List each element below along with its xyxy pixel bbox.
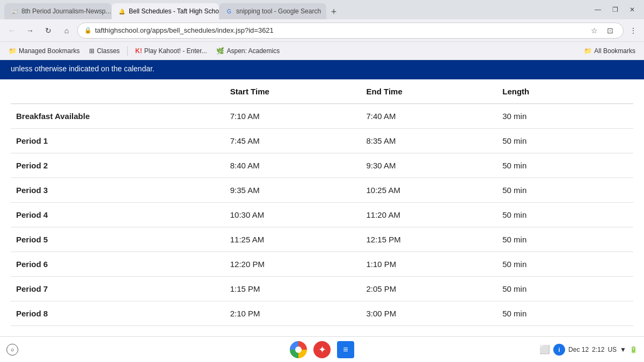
reload-button[interactable]: ↻ <box>41 23 56 38</box>
kahoot-label: Play Kahoot! - Enter... <box>144 47 207 55</box>
period-name-cell: Period 7 <box>11 277 225 301</box>
start-time-cell: 11:25 AM <box>225 227 361 252</box>
period-name-cell: Period 3 <box>11 178 225 203</box>
tab-journalism-favicon: 📰 <box>11 8 18 15</box>
length-cell: 50 min <box>497 153 633 178</box>
classes-icon: ⊞ <box>89 47 94 55</box>
period-name-cell: Period 8 <box>11 301 225 326</box>
start-time-cell: 2:10 PM <box>225 301 361 326</box>
end-time-cell: 2:05 PM <box>361 277 497 301</box>
browser-titlebar: 📰 8th Period Journalism-Newsp... ✕ 🔔 Bel… <box>0 0 644 19</box>
th-start-time: Start Time <box>225 79 361 104</box>
period-name-cell: Period 2 <box>11 153 225 178</box>
start-time-cell: 7:10 AM <box>225 104 361 129</box>
all-bookmarks-icon: 📁 <box>584 47 592 55</box>
taskbar-left: ○ <box>6 344 18 356</box>
chrome-icon[interactable] <box>290 341 307 358</box>
browser-menu-button[interactable]: ⋮ <box>627 24 640 37</box>
bookmark-kahoot[interactable]: K! Play Kahoot! - Enter... <box>131 45 211 57</box>
end-time-cell: 8:35 AM <box>361 129 497 153</box>
maximize-button[interactable]: ❐ <box>608 2 623 17</box>
th-length: Length <box>497 79 633 104</box>
aspen-label: Aspen: Academics <box>226 47 280 55</box>
taskbar-info-button[interactable]: i <box>553 344 565 356</box>
minimize-button[interactable]: — <box>590 2 605 17</box>
managed-bookmarks-label: Managed Bookmarks <box>19 47 79 55</box>
tab-bell-schedules[interactable]: 🔔 Bell Schedules - Taft High Scho... ✕ <box>112 3 219 19</box>
forward-button[interactable]: → <box>23 23 38 38</box>
taskbar: ○ ✦ ≡ ⬜ i Dec 12 2:12 US ▼ 🔋 <box>0 336 644 362</box>
new-tab-button[interactable]: + <box>326 4 341 19</box>
taskbar-red-icon[interactable]: ✦ <box>313 341 331 358</box>
schedule-table-wrapper: Start Time End Time Length Breakfast Ava… <box>0 79 644 336</box>
table-row: Period 612:20 PM1:10 PM50 min <box>11 252 633 277</box>
taskbar-docs-icon[interactable]: ≡ <box>337 341 354 358</box>
schedule-table: Start Time End Time Length Breakfast Ava… <box>11 79 633 326</box>
th-period <box>11 79 225 104</box>
aspen-icon: 🌿 <box>216 47 224 55</box>
bookmark-separator <box>127 46 128 56</box>
start-time-cell: 1:15 PM <box>225 277 361 301</box>
start-time-cell: 12:20 PM <box>225 252 361 277</box>
start-time-cell: 9:35 AM <box>225 178 361 203</box>
bookmark-classes[interactable]: ⊞ Classes <box>85 45 124 57</box>
chrome-inner <box>295 346 302 353</box>
all-bookmarks-button[interactable]: 📁 All Bookmarks <box>580 45 640 57</box>
period-name-cell: Period 6 <box>11 252 225 277</box>
table-row: Period 39:35 AM10:25 AM50 min <box>11 178 633 203</box>
length-cell: 50 min <box>497 203 633 227</box>
length-cell: 30 min <box>497 104 633 129</box>
taskbar-date: Dec 12 <box>568 346 589 353</box>
start-time-cell: 7:45 AM <box>225 129 361 153</box>
tab-snipping[interactable]: G snipping tool - Google Search ✕ <box>219 3 326 19</box>
length-cell: 50 min <box>497 301 633 326</box>
end-time-cell: 1:10 PM <box>361 252 497 277</box>
end-time-cell: 11:20 AM <box>361 203 497 227</box>
start-time-cell: 8:40 AM <box>225 153 361 178</box>
address-lock-icon: 🔒 <box>84 27 92 34</box>
home-button[interactable]: ⌂ <box>59 23 74 38</box>
period-name-cell: Period 5 <box>11 227 225 252</box>
th-end-time: End Time <box>361 79 497 104</box>
period-name-cell: Period 4 <box>11 203 225 227</box>
table-row: Period 511:25 AM12:15 PM50 min <box>11 227 633 252</box>
taskbar-apps-button[interactable]: ○ <box>6 344 18 356</box>
taskbar-center: ✦ ≡ <box>290 341 354 358</box>
all-bookmarks-label: All Bookmarks <box>594 47 635 55</box>
table-row: Period 71:15 PM2:05 PM50 min <box>11 277 633 301</box>
table-row: Period 410:30 AM11:20 AM50 min <box>11 203 633 227</box>
taskbar-system: ⬜ i Dec 12 2:12 US ▼ 🔋 <box>539 344 638 356</box>
table-row: Period 28:40 AM9:30 AM50 min <box>11 153 633 178</box>
address-bar[interactable]: 🔒 tafthighschool.org/apps/bell_schedules… <box>77 23 624 39</box>
period-name-cell: Period 1 <box>11 129 225 153</box>
end-time-cell: 10:25 AM <box>361 178 497 203</box>
back-button[interactable]: ← <box>4 23 19 38</box>
start-time-cell: 10:30 AM <box>225 203 361 227</box>
table-row: Period 82:10 PM3:00 PM50 min <box>11 301 633 326</box>
bookmark-star-icon[interactable]: ☆ <box>588 24 601 37</box>
period-name-cell: Breakfast Available <box>11 104 225 129</box>
table-row: Breakfast Available7:10 AM7:40 AM30 min <box>11 104 633 129</box>
end-time-cell: 3:00 PM <box>361 301 497 326</box>
page-content: unless otherwise indicated on the calend… <box>0 60 644 336</box>
table-header-row: Start Time End Time Length <box>11 79 633 104</box>
tab-snipping-favicon: G <box>225 8 233 15</box>
taskbar-region: US <box>608 346 617 353</box>
length-cell: 50 min <box>497 252 633 277</box>
taskbar-screen-icon[interactable]: ⬜ <box>539 344 550 354</box>
address-text: tafthighschool.org/apps/bell_schedules/i… <box>95 26 584 34</box>
length-cell: 50 min <box>497 277 633 301</box>
close-button[interactable]: ✕ <box>625 2 640 17</box>
extensions-icon[interactable]: ⊡ <box>604 24 617 37</box>
kahoot-icon: K! <box>135 47 142 55</box>
address-bar-row: ← → ↻ ⌂ 🔒 tafthighschool.org/apps/bell_s… <box>0 19 644 42</box>
length-cell: 50 min <box>497 227 633 252</box>
taskbar-wifi-icon: ▼ <box>620 346 626 353</box>
bookmark-aspen[interactable]: 🌿 Aspen: Academics <box>212 45 284 57</box>
tab-journalism[interactable]: 📰 8th Period Journalism-Newsp... ✕ <box>4 3 112 19</box>
window-controls: — ❐ ✕ <box>590 2 640 17</box>
taskbar-time: 2:12 <box>592 346 604 353</box>
end-time-cell: 9:30 AM <box>361 153 497 178</box>
bookmark-managed[interactable]: 📁 Managed Bookmarks <box>4 45 84 57</box>
tab-bar: 📰 8th Period Journalism-Newsp... ✕ 🔔 Bel… <box>4 0 588 19</box>
